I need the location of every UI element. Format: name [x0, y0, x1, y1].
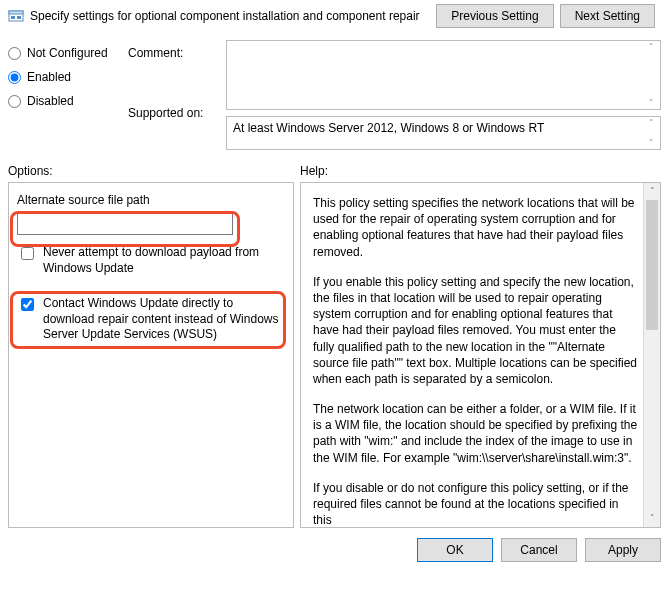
- cancel-button[interactable]: Cancel: [501, 538, 577, 562]
- scroll-down-icon[interactable]: ˅: [644, 510, 660, 527]
- help-scrollbar[interactable]: ˄ ˅: [643, 183, 660, 527]
- help-paragraph: This policy setting specifies the networ…: [313, 195, 638, 260]
- radio-disabled[interactable]: Disabled: [8, 94, 120, 108]
- supported-on-label: Supported on:: [128, 106, 218, 120]
- never-download-checkbox[interactable]: [21, 247, 34, 260]
- help-header: Help:: [300, 164, 328, 178]
- help-paragraph: The network location can be either a fol…: [313, 401, 638, 466]
- comment-textarea[interactable]: ˄˅: [226, 40, 661, 110]
- never-download-label: Never attempt to download payload from W…: [43, 245, 285, 276]
- supported-on-text: At least Windows Server 2012, Windows 8 …: [226, 116, 661, 150]
- ok-button[interactable]: OK: [417, 538, 493, 562]
- previous-setting-button[interactable]: Previous Setting: [436, 4, 553, 28]
- comment-label: Comment:: [128, 46, 218, 60]
- scroll-thumb[interactable]: [646, 200, 658, 330]
- radio-not-configured-label: Not Configured: [27, 46, 108, 60]
- radio-enabled-label: Enabled: [27, 70, 71, 84]
- options-header: Options:: [8, 164, 300, 178]
- help-paragraph: If you disable or do not configure this …: [313, 480, 638, 528]
- highlight-contact-wu: [10, 291, 286, 349]
- svg-rect-3: [17, 16, 21, 19]
- highlight-alt-path: [10, 211, 240, 247]
- radio-enabled-input[interactable]: [8, 71, 21, 84]
- policy-icon: [8, 8, 24, 24]
- radio-enabled[interactable]: Enabled: [8, 70, 120, 84]
- apply-button[interactable]: Apply: [585, 538, 661, 562]
- help-pane: This policy setting specifies the networ…: [300, 182, 661, 528]
- scroll-up-icon[interactable]: ˄: [644, 183, 660, 200]
- help-paragraph: If you enable this policy setting and sp…: [313, 274, 638, 387]
- radio-not-configured-input[interactable]: [8, 47, 21, 60]
- radio-disabled-input[interactable]: [8, 95, 21, 108]
- supported-on-value: At least Windows Server 2012, Windows 8 …: [233, 121, 544, 135]
- dialog-title: Specify settings for optional component …: [30, 9, 420, 23]
- alternate-source-path-label: Alternate source file path: [17, 193, 285, 207]
- next-setting-button[interactable]: Next Setting: [560, 4, 655, 28]
- options-pane: Alternate source file path Never attempt…: [8, 182, 294, 528]
- svg-rect-2: [11, 16, 15, 19]
- radio-not-configured[interactable]: Not Configured: [8, 46, 120, 60]
- svg-rect-1: [9, 11, 23, 14]
- radio-disabled-label: Disabled: [27, 94, 74, 108]
